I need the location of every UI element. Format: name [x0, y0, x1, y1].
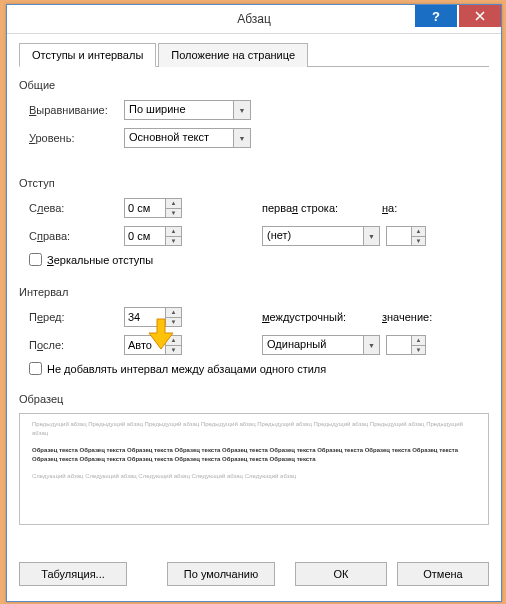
mirror-indents-label: Зеркальные отступы — [47, 254, 153, 266]
group-indent-label: Отступ — [19, 177, 489, 189]
chevron-down-icon: ▼ — [233, 129, 250, 147]
spin-down-icon[interactable]: ▼ — [166, 318, 181, 327]
cancel-button[interactable]: Отмена — [397, 562, 489, 586]
preview-prev: Предыдущий абзац Предыдущий абзац Предыд… — [32, 420, 476, 438]
mirror-indents-checkbox[interactable] — [29, 253, 42, 266]
close-button[interactable] — [459, 5, 501, 27]
linespacing-select[interactable]: Одинарный ▼ — [262, 335, 380, 355]
no-add-space-checkbox[interactable] — [29, 362, 42, 375]
ok-button[interactable]: ОК — [295, 562, 387, 586]
after-input[interactable] — [125, 336, 165, 354]
indent-left-label: Слева: — [19, 202, 124, 214]
at-spinner[interactable]: ▲▼ — [386, 335, 426, 355]
group-general-label: Общие — [19, 79, 489, 91]
spin-down-icon[interactable]: ▼ — [166, 209, 181, 218]
firstline-by-spinner[interactable]: ▲▼ — [386, 226, 426, 246]
indent-right-input[interactable] — [125, 227, 165, 245]
spin-up-icon[interactable]: ▲ — [166, 227, 181, 237]
spin-down-icon[interactable]: ▼ — [412, 237, 425, 246]
preview-next: Следующий абзац Следующий абзац Следующи… — [32, 472, 476, 481]
level-label: Уровень: — [19, 132, 124, 144]
chevron-down-icon: ▼ — [363, 227, 379, 245]
before-label: Перед: — [19, 311, 124, 323]
close-icon — [475, 11, 485, 21]
after-spinner[interactable]: ▲▼ — [124, 335, 182, 355]
chevron-down-icon: ▼ — [233, 101, 250, 119]
spin-up-icon[interactable]: ▲ — [166, 336, 181, 346]
client-area: Отступы и интервалы Положение на страниц… — [7, 34, 501, 594]
firstline-select[interactable]: (нет) ▼ — [262, 226, 380, 246]
after-label: После: — [19, 339, 124, 351]
caption-buttons: ? — [415, 5, 501, 27]
preview-box: Предыдущий абзац Предыдущий абзац Предыд… — [19, 413, 489, 525]
firstline-by-label: на: — [382, 202, 422, 214]
help-button[interactable]: ? — [415, 5, 457, 27]
alignment-label: Выравнивание: — [19, 104, 124, 116]
title-bar: Абзац ? — [7, 5, 501, 34]
preview-sample: Образец текста Образец текста Образец те… — [32, 446, 476, 464]
indent-right-label: Справа: — [19, 230, 124, 242]
preview-label: Образец — [19, 393, 489, 405]
indent-left-spinner[interactable]: ▲▼ — [124, 198, 182, 218]
spin-up-icon[interactable]: ▲ — [166, 308, 181, 318]
at-input[interactable] — [387, 336, 411, 354]
tab-pagination[interactable]: Положение на странице — [158, 43, 308, 67]
dialog-window: Абзац ? Отступы и интервалы Положение на… — [6, 4, 502, 602]
before-spinner[interactable]: ▲▼ — [124, 307, 182, 327]
default-button[interactable]: По умолчанию — [167, 562, 275, 586]
group-spacing-label: Интервал — [19, 286, 489, 298]
linespacing-label: междустрочный: — [262, 311, 382, 323]
firstline-label: первая строка: — [262, 202, 382, 214]
spin-up-icon[interactable]: ▲ — [166, 199, 181, 209]
tab-strip: Отступы и интервалы Положение на страниц… — [19, 42, 489, 67]
alignment-select[interactable]: По ширине ▼ — [124, 100, 251, 120]
indent-right-spinner[interactable]: ▲▼ — [124, 226, 182, 246]
tab-indents[interactable]: Отступы и интервалы — [19, 43, 156, 67]
no-add-space-label: Не добавлять интервал между абзацами одн… — [47, 363, 326, 375]
indent-left-input[interactable] — [125, 199, 165, 217]
window-title: Абзац — [237, 12, 271, 26]
level-select[interactable]: Основной текст ▼ — [124, 128, 251, 148]
before-input[interactable] — [125, 308, 165, 326]
spin-down-icon[interactable]: ▼ — [166, 346, 181, 355]
spin-up-icon[interactable]: ▲ — [412, 336, 425, 346]
spin-up-icon[interactable]: ▲ — [412, 227, 425, 237]
tabs-button[interactable]: Табуляция... — [19, 562, 127, 586]
spin-down-icon[interactable]: ▼ — [166, 237, 181, 246]
firstline-by-input[interactable] — [387, 227, 411, 245]
spin-down-icon[interactable]: ▼ — [412, 346, 425, 355]
dialog-buttons: Табуляция... По умолчанию ОК Отмена — [19, 562, 489, 586]
at-label: значение: — [382, 311, 442, 323]
chevron-down-icon: ▼ — [363, 336, 379, 354]
